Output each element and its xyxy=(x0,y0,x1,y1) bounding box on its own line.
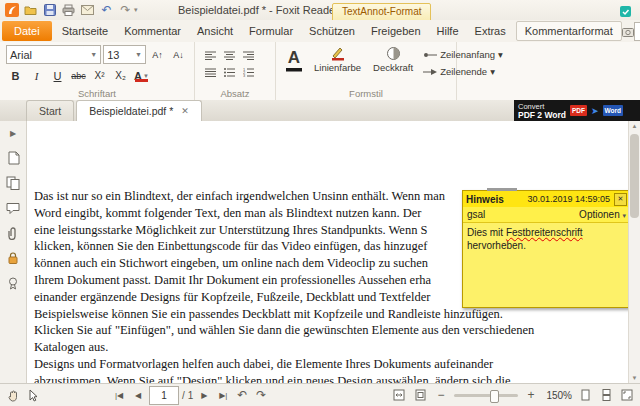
sticky-note-popup[interactable]: Hinweis 30.01.2019 14:59:05 ✕ gsal Optio… xyxy=(462,190,631,308)
window-title: Beispieldatei.pdf * - Foxit Reader xyxy=(178,0,339,20)
tab-formular[interactable]: Formular xyxy=(241,21,301,41)
tab-hilfe[interactable]: Hilfe xyxy=(429,21,467,41)
foxit-logo-icon[interactable] xyxy=(3,2,20,18)
align-center-icon[interactable] xyxy=(220,47,239,64)
convert-pdf-ad-banner[interactable]: Convert PDF 2 Word PDF ➤ Word xyxy=(514,100,640,121)
tab-document[interactable]: Beispieldatei.pdf * ✕ xyxy=(76,100,202,121)
bookmarks-panel-icon[interactable] xyxy=(5,150,21,166)
scroll-up-icon[interactable]: ▲ xyxy=(629,121,640,132)
attachments-panel-icon[interactable] xyxy=(5,225,21,241)
zoom-slider-thumb[interactable] xyxy=(490,390,499,403)
grow-font-button[interactable]: A↑ xyxy=(148,46,167,63)
vertical-scrollbar[interactable]: ▲ ▼ xyxy=(628,121,640,384)
search-box[interactable] xyxy=(634,22,640,41)
underline-button[interactable]: U xyxy=(48,67,67,84)
note-close-icon[interactable]: ✕ xyxy=(614,193,627,206)
save-icon[interactable] xyxy=(41,2,58,18)
tab-freigeben[interactable]: Freigeben xyxy=(363,21,429,41)
protect-mode-icon[interactable] xyxy=(617,3,634,19)
open-file-icon[interactable] xyxy=(22,2,39,18)
first-page-icon[interactable]: |◀ xyxy=(111,387,127,403)
security-panel-icon[interactable] xyxy=(5,250,21,266)
bullet-list-icon[interactable] xyxy=(220,64,239,81)
continuous-view-icon[interactable] xyxy=(598,387,614,403)
tab-kommentarformat[interactable]: Kommentarformat xyxy=(516,21,622,41)
print-icon[interactable] xyxy=(60,2,77,18)
tab-kommentar[interactable]: Kommentar xyxy=(116,21,189,41)
align-justify-icon[interactable] xyxy=(201,64,220,81)
previous-page-icon[interactable]: ◀ xyxy=(130,387,146,403)
zoom-in-icon[interactable]: + xyxy=(523,387,539,403)
note-drag-handle[interactable] xyxy=(487,188,517,191)
shrink-font-button[interactable]: A↓ xyxy=(169,46,188,63)
previous-view-icon[interactable]: ↶ xyxy=(234,387,250,403)
line-start-button[interactable]: Zeilenanfang▾ xyxy=(421,48,505,61)
line-end-button[interactable]: Zeilenende▾ xyxy=(421,65,505,78)
zoom-percentage[interactable]: 150% xyxy=(544,390,572,401)
word-file-icon: Word xyxy=(603,105,624,116)
svg-text:3: 3 xyxy=(243,73,246,77)
font-size-combo[interactable]: 13▼ xyxy=(103,45,146,64)
next-page-icon[interactable]: ▶ xyxy=(196,387,212,403)
undo-icon[interactable]: ↶ xyxy=(98,2,115,18)
select-tool-icon[interactable] xyxy=(25,387,41,403)
tab-start-page[interactable]: Start xyxy=(26,100,74,121)
scrollbar-thumb[interactable] xyxy=(630,134,639,218)
bold-button[interactable]: B xyxy=(6,67,25,84)
font-family-combo[interactable]: Arial▼ xyxy=(6,45,101,64)
italic-button[interactable]: I xyxy=(27,67,46,84)
titlebar: ↶ ↷ ▾ Beispieldatei.pdf * - Foxit Reader… xyxy=(0,0,640,21)
page-canvas[interactable]: Das ist nur so ein Blindtext, der einfac… xyxy=(27,121,640,384)
note-body[interactable]: Dies mit Festbreitenschrift hervorheben. xyxy=(463,223,630,307)
email-icon[interactable] xyxy=(79,2,96,18)
fit-page-icon[interactable] xyxy=(412,387,428,403)
page-number-input[interactable] xyxy=(149,386,179,405)
note-title: Hinweis xyxy=(466,194,504,205)
text-style-button[interactable]: A xyxy=(282,45,306,87)
note-options-button[interactable]: Optionen ▾ xyxy=(579,209,626,220)
group-label-schriftart: Schriftart xyxy=(0,88,194,99)
fullscreen-view-icon[interactable] xyxy=(619,387,635,403)
opacity-button[interactable]: Deckkraft xyxy=(369,45,417,87)
comments-panel-icon[interactable] xyxy=(5,200,21,216)
document-workspace: ▶ Das ist nur so ein Blindtext, der xyxy=(0,121,640,384)
tab-schuetzen[interactable]: Schützen xyxy=(301,21,363,41)
number-list-icon[interactable]: 123 xyxy=(239,64,258,81)
strikethrough-button[interactable]: abc xyxy=(69,67,88,84)
fit-width-icon[interactable] xyxy=(391,387,407,403)
single-page-view-icon[interactable] xyxy=(577,387,593,403)
text-line: Beispielsweise können Sie ein passendes … xyxy=(34,306,626,323)
redo-icon[interactable]: ↷ xyxy=(117,2,134,18)
hand-tool-icon[interactable] xyxy=(5,387,21,403)
expand-panel-icon[interactable]: ▶ xyxy=(5,125,21,141)
close-tab-icon[interactable]: ✕ xyxy=(181,106,189,116)
next-view-icon[interactable]: ↷ xyxy=(253,387,269,403)
note-timestamp: 30.01.2019 14:59:05 xyxy=(527,194,610,204)
style-color-bar-icon xyxy=(286,68,302,72)
superscript-button[interactable]: X² xyxy=(90,67,109,84)
last-page-icon[interactable]: ▶| xyxy=(215,387,231,403)
qat-dropdown-icon[interactable]: ▾ xyxy=(134,6,138,14)
line-color-button[interactable]: Linienfarbe xyxy=(310,45,365,87)
foxit-reader-window: ↶ ↷ ▾ Beispieldatei.pdf * - Foxit Reader… xyxy=(0,0,640,406)
subscript-button[interactable]: X₂ xyxy=(111,67,130,84)
zoom-out-icon[interactable]: − xyxy=(433,387,449,403)
note-header[interactable]: Hinweis 30.01.2019 14:59:05 ✕ xyxy=(463,191,630,207)
page-total: 1 xyxy=(188,390,194,401)
group-label-formstil: Formstil xyxy=(276,88,456,99)
align-left-icon[interactable] xyxy=(201,47,220,64)
tab-ansicht[interactable]: Ansicht xyxy=(189,21,241,41)
tab-extras[interactable]: Extras xyxy=(467,21,514,41)
pages-panel-icon[interactable] xyxy=(5,175,21,191)
line-color-icon xyxy=(330,46,346,61)
zoom-slider[interactable] xyxy=(454,394,518,397)
tab-startseite[interactable]: Startseite xyxy=(54,21,116,41)
signature-panel-icon[interactable] xyxy=(5,275,21,291)
snapshot-icon[interactable] xyxy=(622,23,634,39)
tab-datei[interactable]: Datei xyxy=(2,21,52,41)
ribbon-group-formstil: A Linienfarbe Deckkraft Zeilenanfang▾ Ze… xyxy=(276,42,457,100)
convert-arrow-icon: ➤ xyxy=(591,106,599,116)
font-color-button[interactable]: A▼ xyxy=(132,67,151,84)
text-line: Designs und Formatvorlagen helfen auch d… xyxy=(34,356,626,373)
align-right-icon[interactable] xyxy=(239,47,258,64)
